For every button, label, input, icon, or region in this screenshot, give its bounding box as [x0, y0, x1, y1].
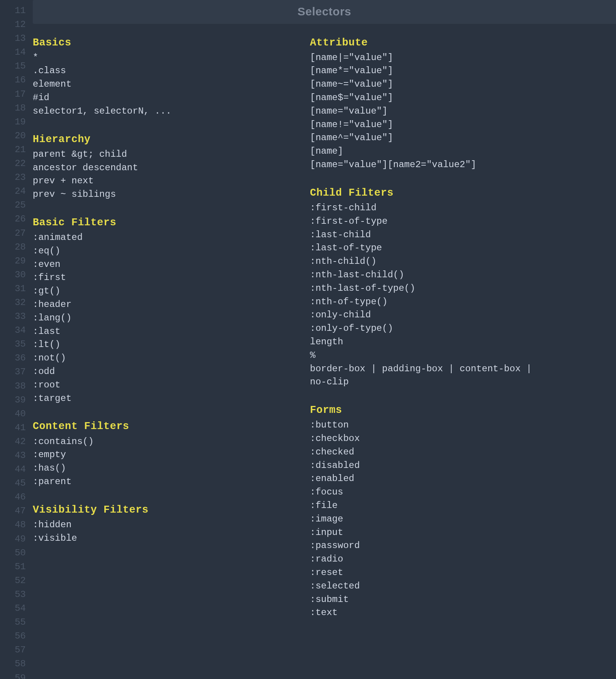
section: Forms:button:checkbox:checked:disabled:e…: [310, 403, 572, 620]
line-number: 46: [0, 490, 26, 504]
list-item: :only-child: [310, 308, 572, 322]
list-item: :reset: [310, 566, 572, 580]
section-heading: Child Filters: [310, 186, 572, 201]
list-item: :root: [33, 379, 295, 392]
list-item: selector1, selectorN, ...: [33, 105, 295, 118]
section: Child Filters:first-child:first-of-type:…: [310, 186, 572, 389]
line-number: 35: [0, 337, 26, 351]
line-number: 47: [0, 504, 26, 518]
list-item: :header: [33, 298, 295, 312]
list-item: :hidden: [33, 518, 295, 532]
section: Hierarchyparent &gt; childancestor desce…: [33, 132, 295, 201]
list-item: :file: [310, 499, 572, 513]
line-number: 15: [0, 59, 26, 73]
section-heading: Content Filters: [33, 419, 295, 434]
content-area: Selectors Basics*.classelement#idselecto…: [33, 0, 616, 679]
line-number: 37: [0, 365, 26, 379]
line-number: 54: [0, 602, 26, 615]
line-number: 11: [0, 4, 26, 18]
list-item: parent &gt; child: [33, 148, 295, 161]
list-item: border-box | padding-box | content-box |: [310, 362, 572, 376]
list-item: :odd: [33, 365, 295, 379]
section-heading: Hierarchy: [33, 132, 295, 147]
line-number: 23: [0, 171, 26, 184]
list-item: :nth-last-of-type(): [310, 282, 572, 295]
line-number: 24: [0, 184, 26, 198]
list-item: [name!="value"]: [310, 118, 572, 132]
line-number: 32: [0, 296, 26, 310]
line-number: 43: [0, 449, 26, 463]
section: Visibility Filters:hidden:visible: [33, 503, 295, 545]
list-item: :gt(): [33, 285, 295, 298]
column: Basics*.classelement#idselector1, select…: [33, 35, 295, 634]
list-item: :nth-of-type(): [310, 295, 572, 309]
line-number: 56: [0, 629, 26, 643]
section-heading: Attribute: [310, 35, 572, 50]
list-item: #id: [33, 91, 295, 105]
line-number: 57: [0, 643, 26, 657]
list-item: prev + next: [33, 174, 295, 188]
list-item: ancestor descendant: [33, 161, 295, 175]
line-number: 44: [0, 463, 26, 476]
line-number: 55: [0, 615, 26, 629]
section: Basic Filters:animated:eq():even:first:g…: [33, 215, 295, 406]
columns: Basics*.classelement#idselector1, select…: [33, 35, 572, 634]
list-item: :even: [33, 258, 295, 272]
line-number: 14: [0, 45, 26, 59]
list-item: .class: [33, 64, 295, 78]
list-item: [name$="value"]: [310, 91, 572, 105]
list-item: :enabled: [310, 472, 572, 486]
line-number: 26: [0, 212, 26, 226]
line-number: 45: [0, 476, 26, 490]
section: Attribute[name|="value"][name*="value"][…: [310, 35, 572, 172]
section: Content Filters:contains():empty:has():p…: [33, 419, 295, 488]
list-item: [name^="value"]: [310, 131, 572, 145]
list-item: :lang(): [33, 312, 295, 325]
list-item: :target: [33, 392, 295, 406]
line-number: 31: [0, 282, 26, 296]
list-item: :nth-last-child(): [310, 268, 572, 282]
line-number: 58: [0, 657, 26, 671]
line-number-gutter: 1112131415161718192021222324252627282930…: [0, 0, 33, 679]
line-number: 40: [0, 407, 26, 421]
list-item: :contains(): [33, 435, 295, 449]
section-title-bar: Selectors: [33, 0, 616, 24]
section-heading: Basics: [33, 35, 295, 50]
list-item: :nth-child(): [310, 255, 572, 268]
line-number: 28: [0, 240, 26, 254]
list-item: :image: [310, 513, 572, 526]
line-number: 29: [0, 254, 26, 268]
list-item: :last-child: [310, 228, 572, 242]
list-item: [name="value"][name2="value2"]: [310, 158, 572, 172]
line-number: 18: [0, 101, 26, 115]
list-item: :not(): [33, 352, 295, 365]
line-number: 49: [0, 532, 26, 546]
list-item: :checked: [310, 446, 572, 459]
list-item: :animated: [33, 231, 295, 245]
list-item: :has(): [33, 462, 295, 475]
line-number: 51: [0, 560, 26, 574]
line-number: 42: [0, 435, 26, 449]
list-item: :empty: [33, 448, 295, 462]
list-item: [name="value"]: [310, 105, 572, 118]
list-item: :submit: [310, 593, 572, 607]
list-item: [name*="value"]: [310, 64, 572, 78]
list-item: :first: [33, 271, 295, 285]
line-number: 22: [0, 157, 26, 171]
line-number: 41: [0, 421, 26, 435]
section-title: Selectors: [298, 5, 352, 18]
line-number: 52: [0, 574, 26, 588]
list-item: :button: [310, 419, 572, 432]
list-item: :input: [310, 526, 572, 540]
line-number: 16: [0, 73, 26, 87]
list-item: [name]: [310, 145, 572, 158]
section: Basics*.classelement#idselector1, select…: [33, 35, 295, 118]
list-item: :visible: [33, 532, 295, 545]
list-item: :lt(): [33, 338, 295, 352]
list-item: :selected: [310, 580, 572, 593]
list-item: :radio: [310, 553, 572, 566]
section-heading: Visibility Filters: [33, 503, 295, 518]
list-item: :focus: [310, 486, 572, 499]
line-number: 30: [0, 268, 26, 282]
line-number: 34: [0, 324, 26, 337]
